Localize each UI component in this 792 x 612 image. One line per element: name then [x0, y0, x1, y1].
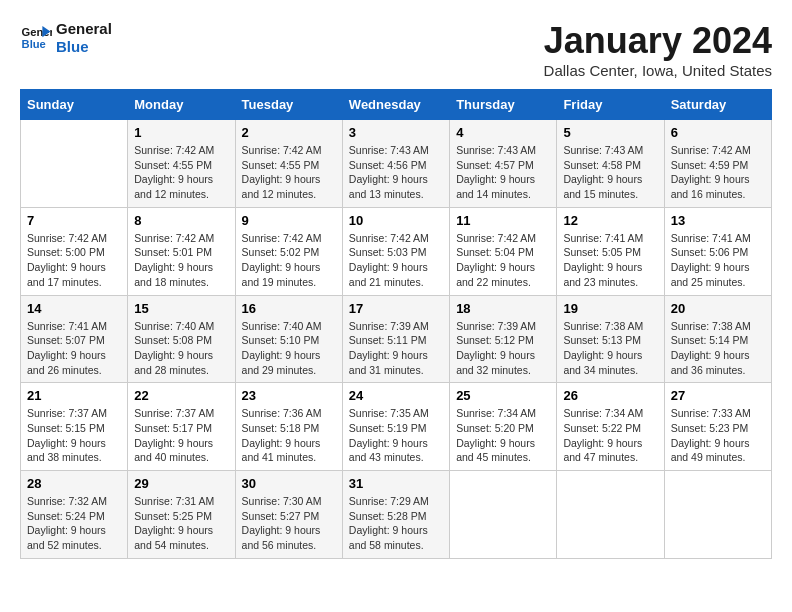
header-monday: Monday [128, 90, 235, 120]
day-cell: 20Sunrise: 7:38 AMSunset: 5:14 PMDayligh… [664, 295, 771, 383]
day-cell: 1Sunrise: 7:42 AMSunset: 4:55 PMDaylight… [128, 120, 235, 208]
logo-blue: Blue [56, 38, 89, 55]
day-detail: Sunrise: 7:34 AMSunset: 5:22 PMDaylight:… [563, 406, 657, 465]
day-cell: 19Sunrise: 7:38 AMSunset: 5:13 PMDayligh… [557, 295, 664, 383]
day-number: 16 [242, 301, 336, 316]
day-detail: Sunrise: 7:42 AMSunset: 4:55 PMDaylight:… [134, 143, 228, 202]
logo-general: General [56, 20, 112, 37]
day-cell: 11Sunrise: 7:42 AMSunset: 5:04 PMDayligh… [450, 207, 557, 295]
day-cell: 9Sunrise: 7:42 AMSunset: 5:02 PMDaylight… [235, 207, 342, 295]
day-number: 7 [27, 213, 121, 228]
day-detail: Sunrise: 7:35 AMSunset: 5:19 PMDaylight:… [349, 406, 443, 465]
day-number: 19 [563, 301, 657, 316]
header-thursday: Thursday [450, 90, 557, 120]
day-number: 8 [134, 213, 228, 228]
day-cell: 21Sunrise: 7:37 AMSunset: 5:15 PMDayligh… [21, 383, 128, 471]
day-number: 12 [563, 213, 657, 228]
day-detail: Sunrise: 7:42 AMSunset: 4:59 PMDaylight:… [671, 143, 765, 202]
day-number: 31 [349, 476, 443, 491]
day-number: 1 [134, 125, 228, 140]
svg-text:Blue: Blue [22, 38, 46, 50]
day-cell: 17Sunrise: 7:39 AMSunset: 5:11 PMDayligh… [342, 295, 449, 383]
header-saturday: Saturday [664, 90, 771, 120]
day-cell [21, 120, 128, 208]
day-detail: Sunrise: 7:42 AMSunset: 4:55 PMDaylight:… [242, 143, 336, 202]
week-row-5: 28Sunrise: 7:32 AMSunset: 5:24 PMDayligh… [21, 471, 772, 559]
day-detail: Sunrise: 7:39 AMSunset: 5:11 PMDaylight:… [349, 319, 443, 378]
day-number: 30 [242, 476, 336, 491]
day-number: 25 [456, 388, 550, 403]
day-detail: Sunrise: 7:42 AMSunset: 5:02 PMDaylight:… [242, 231, 336, 290]
day-cell: 28Sunrise: 7:32 AMSunset: 5:24 PMDayligh… [21, 471, 128, 559]
day-detail: Sunrise: 7:40 AMSunset: 5:08 PMDaylight:… [134, 319, 228, 378]
day-detail: Sunrise: 7:42 AMSunset: 5:00 PMDaylight:… [27, 231, 121, 290]
logo: General Blue General Blue [20, 20, 112, 56]
page-title: January 2024 [544, 20, 772, 62]
day-number: 3 [349, 125, 443, 140]
day-cell: 18Sunrise: 7:39 AMSunset: 5:12 PMDayligh… [450, 295, 557, 383]
day-detail: Sunrise: 7:36 AMSunset: 5:18 PMDaylight:… [242, 406, 336, 465]
day-number: 23 [242, 388, 336, 403]
day-number: 20 [671, 301, 765, 316]
day-detail: Sunrise: 7:30 AMSunset: 5:27 PMDaylight:… [242, 494, 336, 553]
day-cell: 5Sunrise: 7:43 AMSunset: 4:58 PMDaylight… [557, 120, 664, 208]
day-detail: Sunrise: 7:38 AMSunset: 5:14 PMDaylight:… [671, 319, 765, 378]
day-detail: Sunrise: 7:42 AMSunset: 5:01 PMDaylight:… [134, 231, 228, 290]
header-wednesday: Wednesday [342, 90, 449, 120]
day-detail: Sunrise: 7:34 AMSunset: 5:20 PMDaylight:… [456, 406, 550, 465]
day-cell: 3Sunrise: 7:43 AMSunset: 4:56 PMDaylight… [342, 120, 449, 208]
day-number: 10 [349, 213, 443, 228]
day-cell: 29Sunrise: 7:31 AMSunset: 5:25 PMDayligh… [128, 471, 235, 559]
day-cell [664, 471, 771, 559]
day-detail: Sunrise: 7:38 AMSunset: 5:13 PMDaylight:… [563, 319, 657, 378]
day-number: 13 [671, 213, 765, 228]
header-sunday: Sunday [21, 90, 128, 120]
day-number: 4 [456, 125, 550, 140]
day-detail: Sunrise: 7:41 AMSunset: 5:06 PMDaylight:… [671, 231, 765, 290]
day-detail: Sunrise: 7:42 AMSunset: 5:04 PMDaylight:… [456, 231, 550, 290]
day-number: 27 [671, 388, 765, 403]
day-detail: Sunrise: 7:31 AMSunset: 5:25 PMDaylight:… [134, 494, 228, 553]
day-cell: 12Sunrise: 7:41 AMSunset: 5:05 PMDayligh… [557, 207, 664, 295]
header-friday: Friday [557, 90, 664, 120]
day-detail: Sunrise: 7:43 AMSunset: 4:57 PMDaylight:… [456, 143, 550, 202]
day-detail: Sunrise: 7:40 AMSunset: 5:10 PMDaylight:… [242, 319, 336, 378]
day-detail: Sunrise: 7:37 AMSunset: 5:17 PMDaylight:… [134, 406, 228, 465]
day-detail: Sunrise: 7:32 AMSunset: 5:24 PMDaylight:… [27, 494, 121, 553]
day-number: 26 [563, 388, 657, 403]
day-cell [557, 471, 664, 559]
day-cell: 4Sunrise: 7:43 AMSunset: 4:57 PMDaylight… [450, 120, 557, 208]
day-cell: 16Sunrise: 7:40 AMSunset: 5:10 PMDayligh… [235, 295, 342, 383]
day-detail: Sunrise: 7:43 AMSunset: 4:56 PMDaylight:… [349, 143, 443, 202]
day-cell: 6Sunrise: 7:42 AMSunset: 4:59 PMDaylight… [664, 120, 771, 208]
week-row-1: 1Sunrise: 7:42 AMSunset: 4:55 PMDaylight… [21, 120, 772, 208]
day-cell: 27Sunrise: 7:33 AMSunset: 5:23 PMDayligh… [664, 383, 771, 471]
day-cell: 10Sunrise: 7:42 AMSunset: 5:03 PMDayligh… [342, 207, 449, 295]
day-number: 28 [27, 476, 121, 491]
day-number: 11 [456, 213, 550, 228]
day-number: 2 [242, 125, 336, 140]
day-detail: Sunrise: 7:41 AMSunset: 5:05 PMDaylight:… [563, 231, 657, 290]
day-number: 18 [456, 301, 550, 316]
day-number: 24 [349, 388, 443, 403]
day-number: 6 [671, 125, 765, 140]
week-row-4: 21Sunrise: 7:37 AMSunset: 5:15 PMDayligh… [21, 383, 772, 471]
day-detail: Sunrise: 7:39 AMSunset: 5:12 PMDaylight:… [456, 319, 550, 378]
day-number: 17 [349, 301, 443, 316]
day-number: 29 [134, 476, 228, 491]
day-cell: 24Sunrise: 7:35 AMSunset: 5:19 PMDayligh… [342, 383, 449, 471]
day-cell: 7Sunrise: 7:42 AMSunset: 5:00 PMDaylight… [21, 207, 128, 295]
day-cell: 31Sunrise: 7:29 AMSunset: 5:28 PMDayligh… [342, 471, 449, 559]
day-cell: 30Sunrise: 7:30 AMSunset: 5:27 PMDayligh… [235, 471, 342, 559]
day-detail: Sunrise: 7:33 AMSunset: 5:23 PMDaylight:… [671, 406, 765, 465]
day-detail: Sunrise: 7:37 AMSunset: 5:15 PMDaylight:… [27, 406, 121, 465]
day-cell: 22Sunrise: 7:37 AMSunset: 5:17 PMDayligh… [128, 383, 235, 471]
day-cell: 23Sunrise: 7:36 AMSunset: 5:18 PMDayligh… [235, 383, 342, 471]
week-row-3: 14Sunrise: 7:41 AMSunset: 5:07 PMDayligh… [21, 295, 772, 383]
week-row-2: 7Sunrise: 7:42 AMSunset: 5:00 PMDaylight… [21, 207, 772, 295]
day-cell: 13Sunrise: 7:41 AMSunset: 5:06 PMDayligh… [664, 207, 771, 295]
logo-icon: General Blue [20, 22, 52, 54]
title-area: January 2024 Dallas Center, Iowa, United… [544, 20, 772, 79]
day-detail: Sunrise: 7:43 AMSunset: 4:58 PMDaylight:… [563, 143, 657, 202]
calendar-header-row: SundayMondayTuesdayWednesdayThursdayFrid… [21, 90, 772, 120]
